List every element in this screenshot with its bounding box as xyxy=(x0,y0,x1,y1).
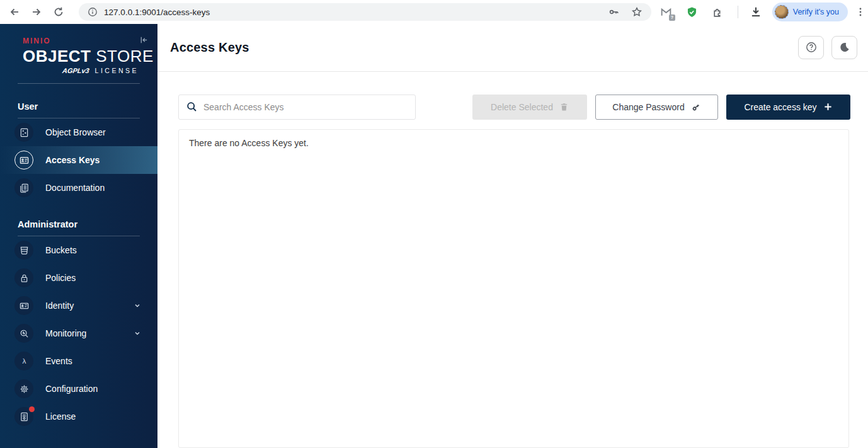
chevron-down-icon[interactable] xyxy=(134,302,141,309)
sidebar-item-object-browser[interactable]: Object Browser xyxy=(0,118,157,146)
toolbar: Delete Selected Change Password Create a… xyxy=(178,95,850,120)
address-bar[interactable]: 127.0.0.1:9001/access-keys xyxy=(79,3,651,21)
site-info-icon[interactable] xyxy=(88,7,98,17)
sidebar-collapse-button[interactable] xyxy=(139,35,149,45)
help-button[interactable] xyxy=(798,36,824,59)
delete-selected-button[interactable]: Delete Selected xyxy=(472,95,587,120)
sidebar-item-license[interactable]: License xyxy=(0,403,157,430)
verify-label: Verify it's you xyxy=(793,8,839,16)
section-heading-administrator: Administrator xyxy=(18,219,140,229)
buckets-icon xyxy=(14,241,33,260)
change-password-button[interactable]: Change Password xyxy=(595,95,718,120)
reload-icon xyxy=(53,6,64,18)
browser-reload-button[interactable] xyxy=(49,3,67,21)
sidebar-item-monitoring[interactable]: Monitoring xyxy=(0,319,157,347)
search-input[interactable] xyxy=(203,102,409,112)
forward-arrow-icon xyxy=(31,6,42,18)
gmail-badge: ? xyxy=(669,14,675,21)
search-icon xyxy=(186,101,197,112)
collapse-arrow-icon xyxy=(139,35,149,45)
browser-forward-button[interactable] xyxy=(27,3,45,21)
download-icon xyxy=(750,6,762,18)
browser-back-button[interactable] xyxy=(5,3,23,21)
extensions-puzzle-icon[interactable] xyxy=(712,6,724,18)
key-icon xyxy=(691,102,701,112)
events-lambda-icon: λ xyxy=(14,352,33,370)
identity-icon xyxy=(14,296,33,315)
downloads-button[interactable] xyxy=(750,6,762,18)
sidebar-item-configuration[interactable]: Configuration xyxy=(0,375,157,403)
main-content: Access Keys Delete Selected xyxy=(157,24,868,448)
dark-mode-toggle-button[interactable] xyxy=(831,36,857,59)
minio-logo: MINIO OBJECT STORE AGPLv3 LICENSE xyxy=(0,24,157,74)
browser-chrome: 127.0.0.1:9001/access-keys ? Verify it's… xyxy=(0,0,868,24)
sidebar-item-events[interactable]: λ Events xyxy=(0,347,157,375)
verify-its-you-button[interactable]: Verify it's you xyxy=(772,3,848,21)
url-text[interactable]: 127.0.0.1:9001/access-keys xyxy=(104,8,597,17)
password-key-icon[interactable] xyxy=(608,6,620,18)
page-title: Access Keys xyxy=(170,40,249,55)
browser-menu-button[interactable] xyxy=(853,4,868,20)
page-header: Access Keys xyxy=(157,24,868,72)
access-keys-list-panel: There are no Access Keys yet. xyxy=(178,129,849,448)
svg-text:λ: λ xyxy=(22,357,26,365)
object-store-title: OBJECT STORE xyxy=(23,47,157,66)
sidebar-item-buckets[interactable]: Buckets xyxy=(0,236,157,264)
create-access-key-button[interactable]: Create access key xyxy=(726,95,850,120)
help-question-icon xyxy=(805,41,818,54)
sidebar-item-policies[interactable]: Policies xyxy=(0,264,157,292)
moon-icon xyxy=(838,41,851,54)
sidebar-item-access-keys[interactable]: Access Keys xyxy=(0,146,157,174)
section-heading-user: User xyxy=(18,101,140,112)
toolbar-separator xyxy=(738,6,738,18)
gmail-extension-icon[interactable]: ? xyxy=(660,6,672,18)
trash-icon xyxy=(559,102,569,112)
license-icon xyxy=(14,407,33,426)
plus-icon xyxy=(823,102,833,112)
minio-brand-text: MINIO xyxy=(23,37,157,45)
policies-icon xyxy=(14,268,33,287)
license-word: LICENSE xyxy=(95,67,139,74)
bookmark-star-icon[interactable] xyxy=(631,6,642,18)
back-arrow-icon xyxy=(9,6,20,18)
shield-extension-icon[interactable] xyxy=(686,6,698,18)
documentation-icon xyxy=(14,178,33,197)
extensions-area: ? xyxy=(660,6,724,18)
monitoring-icon xyxy=(14,324,33,343)
search-box[interactable] xyxy=(178,95,416,120)
chevron-down-icon[interactable] xyxy=(134,330,141,337)
license-notification-dot xyxy=(29,406,35,412)
profile-avatar xyxy=(775,5,789,19)
empty-state-message: There are no Access Keys yet. xyxy=(179,130,848,156)
license-line: AGPLv3 LICENSE xyxy=(23,67,139,74)
agpl-badge: AGPLv3 xyxy=(62,67,89,74)
sidebar: MINIO OBJECT STORE AGPLv3 LICENSE User O… xyxy=(0,24,157,448)
kebab-menu-icon xyxy=(855,7,865,17)
logo-divider xyxy=(18,83,140,84)
object-browser-icon xyxy=(14,123,33,142)
sidebar-item-identity[interactable]: Identity xyxy=(0,292,157,319)
configuration-gear-icon xyxy=(14,379,33,398)
sidebar-item-documentation[interactable]: Documentation xyxy=(0,174,157,202)
access-keys-icon xyxy=(14,151,33,169)
